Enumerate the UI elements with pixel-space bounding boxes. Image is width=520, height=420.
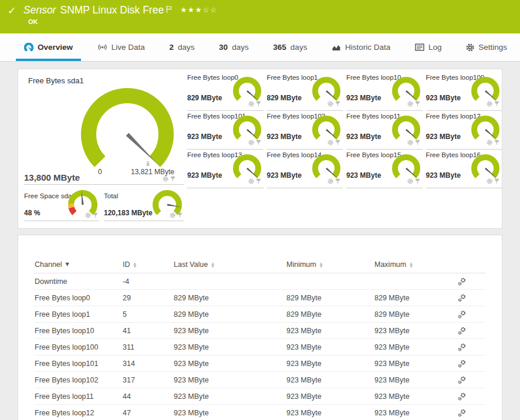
cell-last-value: 923 MByte — [174, 327, 286, 335]
channel-settings-icon[interactable] — [458, 392, 485, 401]
column-header-channel[interactable]: Channel▼ — [35, 260, 123, 269]
cell-last-value: 923 MByte — [174, 409, 286, 417]
tab-historic-data[interactable]: Historic Data — [323, 33, 399, 61]
gauge-settings-icon[interactable] — [327, 140, 333, 145]
gauge-settings-icon[interactable] — [407, 101, 413, 107]
gauge-pin-icon[interactable] — [415, 140, 420, 145]
gauge-cell: Free Bytes loop102 923 MByte — [267, 111, 343, 150]
gauge-pin-icon[interactable] — [494, 140, 499, 145]
cell-minimum: 923 MByte — [286, 392, 374, 401]
sensor-type-label: Sensor — [23, 4, 56, 16]
secondary-gauge-row: Free Space sda1 48 % Total 120,183 MByte — [24, 192, 184, 221]
gauge-pin-icon[interactable] — [170, 176, 175, 182]
channel-row: Downtime -4 — [35, 273, 485, 290]
gauge-cell: Free Bytes loop14 923 MByte — [267, 150, 343, 188]
channel-settings-icon[interactable] — [458, 327, 485, 335]
channel-settings-icon[interactable] — [458, 360, 485, 368]
tab-30-days[interactable]: 30days — [211, 33, 257, 61]
tab-365-days[interactable]: 365days — [265, 33, 315, 61]
tab-overview[interactable]: Overview — [16, 33, 81, 61]
tab-log[interactable]: Log — [407, 33, 450, 61]
channel-settings-icon[interactable] — [458, 277, 485, 286]
cell-channel[interactable]: Free Bytes loop11 — [35, 392, 123, 401]
gauge-pin-icon[interactable] — [256, 101, 261, 107]
gauge-pin-icon[interactable] — [256, 178, 261, 184]
gauge-pin-icon[interactable] — [335, 178, 340, 184]
gauge-settings-icon[interactable] — [163, 176, 168, 182]
cell-id: 29 — [123, 294, 174, 302]
cell-channel[interactable]: Free Bytes loop10 — [35, 327, 123, 335]
column-label: ID — [123, 260, 130, 269]
gauge-pin-icon[interactable] — [335, 101, 340, 107]
gauge-settings-icon[interactable] — [85, 212, 91, 218]
gauge-title: Free Bytes loop0 — [187, 74, 238, 81]
gauge-settings-icon[interactable] — [327, 101, 333, 107]
channel-settings-icon[interactable] — [458, 409, 485, 417]
gauge-settings-icon[interactable] — [248, 140, 254, 145]
cell-minimum: 923 MByte — [286, 327, 374, 335]
gauge-cell: Free Bytes loop0 829 MByte — [187, 72, 264, 111]
cell-minimum: 829 MByte — [286, 310, 374, 319]
gauge-value: 923 MByte — [267, 171, 302, 179]
gauge-pin-icon[interactable] — [93, 212, 98, 218]
gauge-cell-icons — [170, 212, 183, 218]
average-marker: x̄ — [146, 161, 150, 167]
channel-settings-icon[interactable] — [458, 294, 485, 302]
gauge-pin-icon[interactable] — [494, 178, 499, 184]
gauge-cell: Free Bytes loop16 923 MByte — [426, 150, 502, 188]
channel-settings-icon[interactable] — [458, 343, 485, 351]
gauge-settings-icon[interactable] — [248, 178, 254, 184]
tab-live-data[interactable]: Live Data — [89, 33, 153, 61]
cell-channel[interactable]: Free Bytes loop12 — [35, 409, 123, 417]
gauge-pin-icon[interactable] — [177, 212, 183, 218]
cell-channel[interactable]: Free Bytes loop0 — [35, 294, 123, 302]
gauge-pin-icon[interactable] — [335, 140, 340, 145]
cell-channel[interactable]: Free Bytes loop102 — [35, 376, 123, 384]
sort-both-icon: ▲▼ — [320, 262, 323, 267]
tab-number: 365 — [273, 43, 286, 52]
gauge-settings-icon[interactable] — [170, 212, 175, 218]
column-header-last-value[interactable]: Last Value▲▼ — [174, 260, 286, 269]
gauge-cell-icons — [327, 178, 340, 184]
cell-channel[interactable]: Free Bytes loop100 — [35, 343, 123, 351]
column-header-maximum[interactable]: Maximum▲▼ — [374, 260, 455, 269]
channel-settings-icon[interactable] — [458, 310, 485, 319]
cell-channel[interactable]: Free Bytes loop101 — [35, 360, 123, 368]
tab-label: Settings — [478, 43, 507, 52]
gauge-title: Free Bytes loop1 — [267, 74, 318, 81]
cell-channel[interactable]: Free Bytes loop1 — [35, 310, 123, 319]
cell-maximum: 923 MByte — [374, 409, 455, 417]
gauge-cell: Total 120,183 MByte — [104, 192, 184, 221]
gauge-cell: Free Bytes loop101 923 MByte — [187, 111, 264, 150]
gauge-value: 923 MByte — [426, 133, 461, 141]
gauge-settings-icon[interactable] — [327, 178, 333, 184]
tab-2-days[interactable]: 2days — [161, 33, 202, 61]
channel-settings-icon[interactable] — [458, 376, 485, 384]
gauge-settings-icon[interactable] — [487, 140, 492, 145]
gauge-settings-icon[interactable] — [407, 140, 413, 145]
gauge-pin-icon[interactable] — [494, 101, 499, 107]
cell-channel[interactable]: Downtime — [35, 277, 123, 286]
gauge-title: Free Bytes sda1 — [28, 76, 84, 85]
cell-id: -4 — [123, 277, 174, 286]
tab-settings[interactable]: Settings — [458, 33, 515, 61]
column-label: Minimum — [286, 260, 316, 269]
gauge-settings-icon[interactable] — [487, 178, 492, 184]
gauge-pin-icon[interactable] — [415, 178, 420, 184]
gauge-pin-icon[interactable] — [256, 140, 261, 145]
gauge-pin-icon[interactable] — [415, 101, 420, 107]
gauge-cell-icons — [248, 140, 261, 145]
column-header-id[interactable]: ID▲▼ — [123, 260, 174, 269]
gauge-title: Total — [104, 192, 118, 199]
gauge-settings-icon[interactable] — [248, 101, 254, 107]
cell-last-value: 923 MByte — [174, 343, 286, 351]
gauge-value: 923 MByte — [346, 171, 381, 179]
priority-stars[interactable]: ★★★☆☆ — [180, 5, 218, 14]
column-label: Last Value — [174, 260, 208, 269]
tab-label: days — [291, 43, 308, 52]
gauge-settings-icon[interactable] — [407, 178, 413, 184]
column-header-minimum[interactable]: Minimum▲▼ — [286, 260, 374, 269]
cell-maximum: 829 MByte — [374, 310, 455, 319]
flag-icon[interactable] — [166, 4, 172, 16]
gauge-settings-icon[interactable] — [487, 101, 492, 107]
